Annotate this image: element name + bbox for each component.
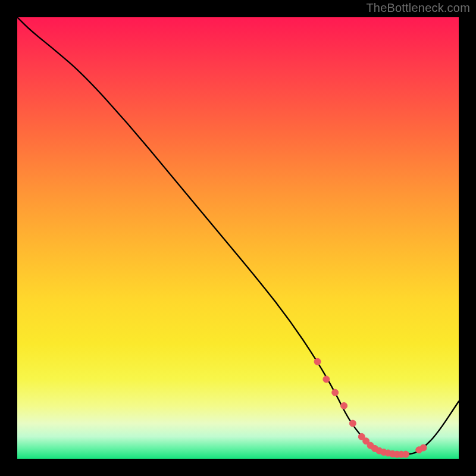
highlight-dot [323, 376, 330, 383]
chart-container: TheBottleneck.com [0, 0, 476, 476]
plot-area [17, 17, 459, 459]
highlight-dot [341, 403, 347, 409]
highlight-dot [314, 358, 321, 365]
highlight-dot [420, 444, 427, 451]
highlight-dot [403, 451, 409, 458]
curve-svg [17, 17, 459, 459]
attribution-text: TheBottleneck.com [366, 1, 470, 15]
highlight-dots [314, 358, 427, 458]
highlight-dot [349, 420, 356, 427]
bottleneck-curve [17, 17, 459, 455]
highlight-dot [332, 389, 339, 396]
